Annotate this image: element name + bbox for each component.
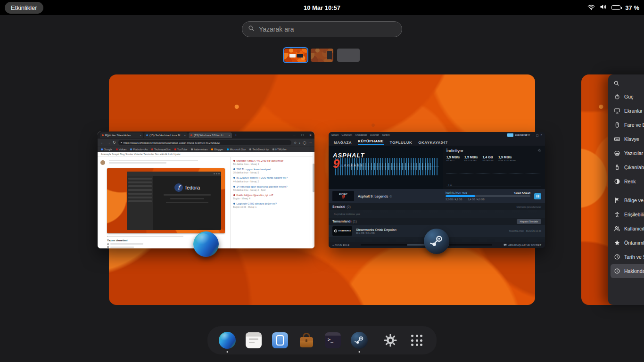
big-picture-icon[interactable] xyxy=(507,133,513,137)
bookmark-item[interactable]: Flathub—An xyxy=(130,148,148,151)
settings-item-about[interactable]: Hakkında xyxy=(611,264,644,278)
dock-item-edge[interactable] xyxy=(218,328,237,353)
forward-icon[interactable]: → xyxy=(107,140,110,145)
bookmark-item[interactable]: HTMLifier xyxy=(272,148,287,151)
settings-item-mouse[interactable]: Fare ve Dokunmatik Yüzey xyxy=(611,118,644,132)
refresh-icon[interactable]: ↻ xyxy=(113,140,116,145)
bookmark-item[interactable]: Google xyxy=(101,148,112,151)
nav-library[interactable]: KÜTÜPHANE xyxy=(358,139,384,145)
menu-item[interactable]: Yardım xyxy=(382,133,390,136)
settings-search-row[interactable] xyxy=(608,77,644,90)
settings-item-displays[interactable]: Ekranlar xyxy=(611,104,644,118)
clock-icon xyxy=(614,254,620,260)
forum-nav[interactable]: Anasayfa Sosyal Blog Sorular Videolar Ta… xyxy=(98,152,314,157)
nav-store[interactable]: MAĞAZA xyxy=(334,140,352,145)
settings-item-default-apps[interactable]: Öntanımlı Uygulamalar xyxy=(611,236,644,250)
settings-item-date-time[interactable]: Tarih ve Saat xyxy=(611,250,644,264)
browser-tab-active[interactable]: (33) Windows 10'dan Li × xyxy=(189,132,232,138)
steam-app-badge-icon[interactable] xyxy=(424,229,449,254)
downloading-item-row[interactable]: ASPHALT 9 Asphalt 9: Legendsⓘ İNDİRİLİYO… xyxy=(329,189,545,203)
menu-item[interactable]: Steam xyxy=(331,133,339,136)
tab-close-icon[interactable]: × xyxy=(228,134,230,137)
search-input[interactable] xyxy=(259,25,396,33)
dock-item-document-app[interactable] xyxy=(271,328,289,353)
clock[interactable]: 10 Mar 10:57 xyxy=(304,4,340,11)
favorite-icon[interactable]: ☆ xyxy=(294,141,297,145)
settings-item-region-language[interactable]: Bölge ve Dil xyxy=(611,193,644,207)
bookmark-item[interactable]: YouTube xyxy=(174,148,188,151)
info-icon[interactable]: ⓘ xyxy=(389,195,392,197)
forum-thread-link[interactable]: Logitech G703 almaya değer mi?Bugün 10:4… xyxy=(233,202,311,208)
system-status-area[interactable]: 37 % xyxy=(587,4,639,12)
nav-community[interactable]: TOPLULUK xyxy=(390,140,412,145)
edge-browser-window[interactable]: Eğiticiler Sitesi Adan × (15) Saf Archiv… xyxy=(98,132,314,248)
workspace-thumbnail-2[interactable] xyxy=(311,49,333,62)
new-tab-button[interactable]: + xyxy=(233,133,239,137)
tab-close-icon[interactable]: × xyxy=(140,134,141,137)
steam-icon xyxy=(351,332,368,349)
settings-item-color[interactable]: Renk xyxy=(611,174,644,189)
download-stats: 1,5 MB/sAĞ HIZI 1,5 MB/sEN YÜKSEK 1,4 GB… xyxy=(446,156,541,162)
forum-thread-link[interactable]: Monster Abra A7 v7.2 69 Hz gösteriyorBir… xyxy=(233,159,311,165)
user-menu[interactable]: okaykaya547 xyxy=(515,133,530,136)
browser-tab[interactable]: (15) Saf Archive Linux M × xyxy=(144,132,188,138)
tab-close-icon[interactable]: × xyxy=(184,134,186,137)
downloads-icon[interactable]: ↓ xyxy=(299,141,300,145)
mini-window xyxy=(297,54,303,58)
dock-item-steam[interactable] xyxy=(350,328,369,353)
scrollbar[interactable] xyxy=(313,152,314,248)
pause-button[interactable] xyxy=(534,193,541,199)
bookmark-item[interactable]: TechnopatSos xyxy=(151,148,171,151)
back-icon[interactable]: ← xyxy=(100,140,104,145)
bookmark-item[interactable]: TechBench by xyxy=(249,148,269,151)
friends-chat-button[interactable]: ARKADAŞLAR VE SOHBET xyxy=(504,243,541,247)
dock-item-calendar[interactable] xyxy=(244,328,263,353)
forum-thread-link[interactable]: Kaldırıldığını öğrendim, iyi mi?Bugün · … xyxy=(233,194,311,200)
dock-item-software[interactable] xyxy=(297,328,316,353)
menu-item[interactable]: Görünüm xyxy=(342,133,352,136)
address-bar[interactable]: https://www.technopat.net/sosyal/konu/wi… xyxy=(118,140,291,145)
forum-thread-link[interactable]: 560 TL uygun kasa tavsiyesi30 dakika önc… xyxy=(233,168,311,174)
checkbox-icon[interactable] xyxy=(107,246,109,248)
settings-item-removable-media[interactable]: Çıkarılabilir Ortam xyxy=(611,160,644,174)
clear-queue-button[interactable]: Hepsini Temizle xyxy=(517,219,541,224)
dock-item-terminal[interactable]: >_ xyxy=(323,328,342,353)
edge-toolbar: ← → ↻ https://www.technopat.net/sosyal/k… xyxy=(98,139,314,147)
settings-item-power[interactable]: Güç xyxy=(611,90,644,104)
bookmark-item[interactable]: habererivan xyxy=(191,148,207,151)
minimize-button[interactable]: ─ xyxy=(532,133,534,137)
maximize-button[interactable]: □ xyxy=(298,132,306,139)
auto-update-note[interactable]: Otomatik güncellemeler xyxy=(516,206,541,208)
download-settings-gear-icon[interactable] xyxy=(537,148,541,153)
nav-profile[interactable]: OKAYKAYA547 xyxy=(418,140,447,145)
settings-item-keyboard[interactable]: Klavye xyxy=(611,132,644,146)
bookmark-item[interactable]: Blogger xyxy=(211,148,223,151)
embedded-screenshot[interactable]: f fedora xyxy=(107,168,225,233)
bookmark-item[interactable]: Microsoft Stor xyxy=(227,148,246,151)
search-bar[interactable] xyxy=(242,21,402,37)
settings-item-users[interactable]: Kullanıcılar xyxy=(611,222,644,236)
activities-button[interactable]: Etkinlikler xyxy=(5,2,43,14)
settings-item-printers[interactable]: Yazıcılar xyxy=(611,146,644,160)
menu-item[interactable]: Arkadaşlar xyxy=(355,133,367,136)
add-game-button[interactable]: + OYUN EKLE xyxy=(332,244,349,247)
workspace-thumbnail-new[interactable] xyxy=(337,49,360,62)
dock-item-settings[interactable] xyxy=(381,328,400,353)
menu-icon[interactable]: ⋯ xyxy=(309,141,312,145)
forum-thread-link[interactable]: 14 yaşında spor salonuna gidebilir miyim… xyxy=(233,185,311,191)
minimize-button[interactable]: ─ xyxy=(290,132,298,139)
close-button[interactable]: × xyxy=(540,133,542,137)
profile-icon[interactable]: ◯ xyxy=(303,141,306,145)
dock-item-app-grid[interactable] xyxy=(407,328,426,353)
maximize-button[interactable]: ▢ xyxy=(536,133,539,137)
edge-app-badge-icon[interactable] xyxy=(193,231,219,257)
menu-item[interactable]: Oyunlar xyxy=(370,133,379,136)
browser-tab[interactable]: Eğiticiler Sitesi Adan × xyxy=(100,132,143,138)
forum-thread-link[interactable]: i5 12500H sistemi TLOU rahat kaldırır mı… xyxy=(233,176,311,182)
bookmark-item[interactable]: Vulkan xyxy=(116,148,127,151)
settings-item-accessibility[interactable]: Erişilebilirlik xyxy=(611,207,644,222)
close-button[interactable]: × xyxy=(306,132,314,139)
checkbox-icon[interactable] xyxy=(107,243,109,245)
workspace-thumbnail-1[interactable] xyxy=(284,49,307,62)
gnome-settings-window[interactable]: Güç Ekranlar Fare ve Dokunmatik Yüzey Kl… xyxy=(608,74,644,305)
